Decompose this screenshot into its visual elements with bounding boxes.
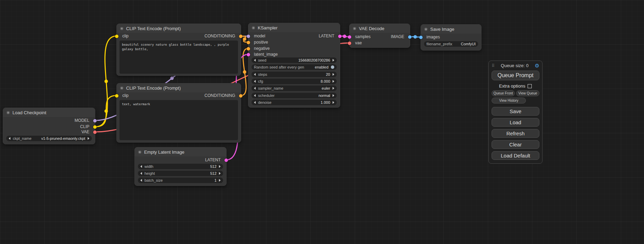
conditioning-output-port[interactable] xyxy=(239,35,242,38)
settings-gear-icon[interactable]: ⚙ xyxy=(535,63,539,68)
negative-prompt-textarea[interactable]: text, watermark xyxy=(120,100,238,140)
height-widget[interactable]: height 512 xyxy=(138,171,223,176)
latent-image-input-port[interactable] xyxy=(247,53,250,56)
node-header[interactable]: Empty Latent Image xyxy=(135,147,226,156)
random-seed-toggle[interactable]: Random seed after every gen enabled xyxy=(252,64,337,70)
view-history-button[interactable]: View History xyxy=(492,98,526,103)
seed-widget[interactable]: seed 156680208700286 xyxy=(252,57,337,63)
widget-label: filename_prefix xyxy=(426,42,452,46)
collapse-dot-icon[interactable] xyxy=(138,151,141,154)
model-output-port[interactable] xyxy=(93,119,97,123)
next-arrow-icon[interactable] xyxy=(333,87,334,90)
decrement-arrow-icon[interactable] xyxy=(254,73,256,76)
decrement-arrow-icon[interactable] xyxy=(254,59,256,62)
latent-output-port[interactable] xyxy=(224,159,228,162)
decrement-arrow-icon[interactable] xyxy=(254,80,256,83)
decrement-arrow-icon[interactable] xyxy=(140,179,142,182)
clear-button[interactable]: Clear xyxy=(492,140,539,149)
link-midpoint-dot xyxy=(105,80,108,83)
width-widget[interactable]: width 512 xyxy=(138,164,223,169)
samples-input-port[interactable] xyxy=(348,35,351,39)
node-header[interactable]: Save Image xyxy=(421,25,481,34)
batch-size-widget[interactable]: batch_size 1 xyxy=(138,178,223,183)
negative-input-port[interactable] xyxy=(247,47,250,51)
queue-prompt-button[interactable]: Queue Prompt xyxy=(492,71,539,80)
ckpt-name-widget[interactable]: ckpt_name v1-5-pruned-emaonly.ckpt xyxy=(6,136,92,141)
prev-arrow-icon[interactable] xyxy=(9,137,10,140)
decrement-arrow-icon[interactable] xyxy=(140,165,142,168)
filename-prefix-widget[interactable]: filename_prefix ComfyUI xyxy=(424,41,478,47)
node-ksampler[interactable]: KSampler model positive negative latent_… xyxy=(248,23,340,108)
next-arrow-icon[interactable] xyxy=(333,94,334,97)
clip-output-port[interactable] xyxy=(93,125,97,129)
node-title: KSampler xyxy=(258,25,277,30)
input-label-clip: clip xyxy=(122,34,129,38)
collapse-dot-icon[interactable] xyxy=(120,27,123,30)
node-title: VAE Decode xyxy=(359,26,384,31)
clip-input-port[interactable] xyxy=(115,94,118,98)
save-button[interactable]: Save xyxy=(492,107,539,116)
node-header[interactable]: VAE Decode xyxy=(350,24,410,33)
view-queue-button[interactable]: View Queue xyxy=(516,90,539,96)
sampler-name-widget[interactable]: sampler_name euler xyxy=(252,85,337,91)
queue-buttons-row: Queue Front View Queue xyxy=(492,90,539,96)
node-clip-text-encode-negative[interactable]: CLIP Text Encode (Prompt) clip CONDITION… xyxy=(116,83,241,143)
node-header[interactable]: Load Checkpoint xyxy=(3,108,95,117)
extra-options-checkbox[interactable] xyxy=(528,84,532,88)
increment-arrow-icon[interactable] xyxy=(333,80,334,83)
increment-arrow-icon[interactable] xyxy=(333,73,334,76)
increment-arrow-icon[interactable] xyxy=(333,101,334,104)
collapse-dot-icon[interactable] xyxy=(7,111,10,114)
node-header[interactable]: CLIP Text Encode (Prompt) xyxy=(117,83,241,92)
node-vae-decode[interactable]: VAE Decode samples vae IMAGE xyxy=(349,24,410,48)
denoise-widget[interactable]: denoise 1.000 xyxy=(252,100,337,105)
cfg-widget[interactable]: cfg 8.000 xyxy=(252,79,337,84)
node-header[interactable]: KSampler xyxy=(248,23,340,32)
node-title: CLIP Text Encode (Prompt) xyxy=(126,85,181,91)
conditioning-output-port[interactable] xyxy=(239,94,242,98)
node-header[interactable]: CLIP Text Encode (Prompt) xyxy=(117,24,241,33)
latent-output-port[interactable] xyxy=(338,35,342,38)
collapse-dot-icon[interactable] xyxy=(120,87,123,90)
input-label-images: images xyxy=(426,35,440,39)
scheduler-widget[interactable]: scheduler normal xyxy=(252,93,337,98)
images-input-port[interactable] xyxy=(419,36,423,39)
positive-input-port[interactable] xyxy=(247,41,250,44)
node-load-checkpoint[interactable]: Load Checkpoint MODEL CLIP VAE ckpt_name… xyxy=(3,108,95,144)
increment-arrow-icon[interactable] xyxy=(333,59,334,62)
vae-output-port[interactable] xyxy=(93,130,97,134)
node-save-image[interactable]: Save Image images filename_prefix ComfyU… xyxy=(421,24,482,51)
collapse-dot-icon[interactable] xyxy=(353,27,356,30)
steps-widget[interactable]: steps 20 xyxy=(252,72,337,77)
drag-handle-icon[interactable]: ⠿ xyxy=(492,63,495,68)
image-output-port[interactable] xyxy=(408,35,412,39)
queue-front-button[interactable]: Queue Front xyxy=(492,90,515,96)
prev-arrow-icon[interactable] xyxy=(254,94,256,97)
widget-value: 512 xyxy=(210,164,217,169)
increment-arrow-icon[interactable] xyxy=(219,179,221,182)
collapse-dot-icon[interactable] xyxy=(424,28,427,31)
decrement-arrow-icon[interactable] xyxy=(254,101,256,104)
next-arrow-icon[interactable] xyxy=(88,137,89,140)
refresh-button[interactable]: Refresh xyxy=(492,129,539,138)
node-graph-canvas[interactable]: Load Checkpoint MODEL CLIP VAE ckpt_name… xyxy=(0,0,644,244)
clip-input-port[interactable] xyxy=(115,35,118,38)
node-clip-text-encode-positive[interactable]: CLIP Text Encode (Prompt) clip CONDITION… xyxy=(116,24,241,76)
prev-arrow-icon[interactable] xyxy=(254,87,256,90)
widget-label: denoise xyxy=(258,100,272,105)
decrement-arrow-icon[interactable] xyxy=(140,172,142,175)
load-button[interactable]: Load xyxy=(492,118,539,127)
model-input-port[interactable] xyxy=(247,35,250,38)
input-label-negative: negative xyxy=(254,46,270,51)
increment-arrow-icon[interactable] xyxy=(219,172,221,175)
queue-panel-header: ⠿ Queue size: 0 ⚙ xyxy=(492,63,539,68)
output-label-conditioning: CONDITIONING xyxy=(204,34,235,38)
load-default-button[interactable]: Load Default xyxy=(492,151,539,160)
increment-arrow-icon[interactable] xyxy=(219,165,221,168)
vae-input-port[interactable] xyxy=(348,42,351,45)
toggle-dot-icon[interactable] xyxy=(331,65,334,69)
collapse-dot-icon[interactable] xyxy=(252,26,255,29)
positive-prompt-textarea[interactable]: beautiful scenery nature glass bottle la… xyxy=(120,40,238,74)
node-empty-latent-image[interactable]: Empty Latent Image LATENT width 512 heig… xyxy=(134,147,227,186)
output-label-model: MODEL xyxy=(74,118,89,123)
